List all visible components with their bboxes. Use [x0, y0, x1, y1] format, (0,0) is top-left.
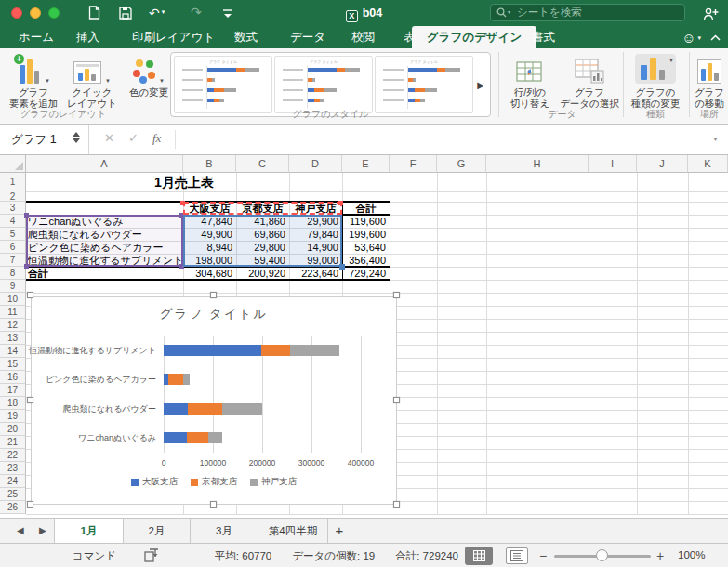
row-header-19[interactable]: 19: [0, 410, 26, 423]
chart-bar-segment-大阪支店[interactable]: [164, 345, 261, 356]
selection-mode-icon[interactable]: [144, 548, 159, 564]
chart-resize-handle[interactable]: [27, 397, 33, 403]
chart-resize-handle[interactable]: [393, 292, 400, 298]
column-header-B[interactable]: B: [183, 155, 236, 173]
prev-sheet-icon[interactable]: ◀: [17, 525, 24, 535]
change-chart-type-button[interactable]: ▼ グラフの 種類の変更: [627, 52, 684, 109]
row-header-5[interactable]: 5: [0, 228, 26, 241]
row-header-24[interactable]: 24: [0, 475, 26, 488]
row-header-7[interactable]: 7: [0, 254, 26, 267]
red-range-handle[interactable]: [180, 201, 185, 205]
name-box-stepper[interactable]: [73, 132, 80, 143]
row-header-9[interactable]: 9: [0, 280, 26, 293]
zoom-in-button[interactable]: +: [656, 548, 664, 563]
row-header-1[interactable]: 1: [0, 173, 26, 191]
tab-データ[interactable]: データ: [288, 26, 327, 48]
next-sheet-icon[interactable]: ▶: [39, 525, 46, 535]
chart-bar-segment-京都支店[interactable]: [187, 432, 207, 443]
sheet-tab-第4四半期[interactable]: 第4四半期: [258, 519, 328, 543]
select-all-corner[interactable]: [0, 155, 26, 173]
collapse-ribbon-icon[interactable]: [710, 32, 721, 43]
row-header-3[interactable]: 3: [0, 202, 26, 215]
chart-resize-handle[interactable]: [210, 292, 217, 298]
blue-range-fill-handle[interactable]: [339, 264, 345, 270]
quick-layout-button[interactable]: ▼ クイック レイアウト: [63, 52, 121, 109]
row-header-21[interactable]: 21: [0, 436, 26, 449]
formula-bar-expand-icon[interactable]: ▼: [712, 136, 719, 142]
row-header-25[interactable]: 25: [0, 488, 26, 501]
row-header-16[interactable]: 16: [0, 371, 26, 384]
tab-ホーム[interactable]: ホーム: [17, 26, 56, 48]
row-header-11[interactable]: 11: [0, 306, 26, 319]
normal-view-button[interactable]: [465, 547, 493, 565]
tab-数式[interactable]: 数式: [232, 26, 259, 48]
chart-title[interactable]: グラフ タイトル: [32, 306, 396, 323]
row-header-2[interactable]: 2: [0, 191, 26, 202]
switch-row-column-button[interactable]: 行/列の 切り替え: [503, 52, 557, 109]
chart-bar-segment-神戸支店[interactable]: [222, 403, 261, 415]
column-header-I[interactable]: I: [589, 155, 637, 173]
column-header-K[interactable]: K: [688, 155, 728, 173]
search-input[interactable]: シートを検索: [490, 4, 685, 21]
column-header-H[interactable]: H: [486, 155, 589, 173]
row-header-12[interactable]: 12: [0, 319, 26, 332]
chart-bar-segment-神戸支店[interactable]: [183, 374, 191, 385]
chart-style-thumbnail[interactable]: グラフ タイトル: [174, 56, 272, 113]
chart-resize-handle[interactable]: [27, 292, 33, 298]
column-header-F[interactable]: F: [390, 155, 437, 173]
formula-input[interactable]: [182, 125, 700, 154]
search-scope-caret-icon[interactable]: ▾: [508, 8, 510, 15]
feedback-smiley-icon[interactable]: ☺ ▾: [682, 30, 701, 46]
row-header-10[interactable]: 10: [0, 293, 26, 306]
purple-range-handle[interactable]: [24, 264, 29, 269]
row-header-17[interactable]: 17: [0, 384, 26, 397]
change-colors-button[interactable]: ▼ 色の変更: [128, 52, 169, 99]
column-header-E[interactable]: E: [342, 155, 390, 173]
tab-グラフのデザイン[interactable]: グラフのデザイン: [412, 26, 536, 48]
zoom-slider-thumb[interactable]: [596, 549, 608, 561]
chart-bar-segment-神戸支店[interactable]: [208, 432, 223, 443]
column-header-D[interactable]: D: [289, 155, 342, 173]
worksheet-grid[interactable]: ABCDEFGHIJK 1234567891011121314151617181…: [0, 155, 728, 518]
chart-bar-segment-神戸支店[interactable]: [290, 345, 338, 356]
tab-挿入[interactable]: 挿入: [74, 26, 101, 48]
row-header-14[interactable]: 14: [0, 345, 26, 358]
row-header-15[interactable]: 15: [0, 358, 26, 371]
column-header-A[interactable]: A: [26, 155, 183, 173]
chart-bar-segment-京都支店[interactable]: [188, 403, 222, 415]
chart-bar-segment-京都支店[interactable]: [168, 374, 183, 385]
legend-item-神戸支店[interactable]: 神戸支店: [250, 476, 297, 488]
share-icon[interactable]: [703, 7, 719, 25]
row-header-23[interactable]: 23: [0, 462, 26, 475]
tab-校閲[interactable]: 校閲: [350, 26, 377, 48]
insert-function-icon[interactable]: fx: [152, 131, 161, 146]
chart-bar-segment-京都支店[interactable]: [261, 345, 290, 356]
move-chart-button[interactable]: グラフ の移動: [692, 52, 727, 109]
chart-bar-segment-大阪支店[interactable]: [164, 432, 187, 443]
chart-bar-segment-大阪支店[interactable]: [164, 403, 188, 415]
red-range-handle[interactable]: [338, 201, 343, 205]
row-header-18[interactable]: 18: [0, 397, 26, 410]
cancel-icon[interactable]: ✕: [104, 131, 114, 145]
row-header-22[interactable]: 22: [0, 449, 26, 462]
chart-style-thumbnail[interactable]: グラフ タイトル: [375, 56, 473, 113]
column-header-C[interactable]: C: [236, 155, 289, 173]
chart-resize-handle[interactable]: [210, 501, 217, 508]
select-data-button[interactable]: グラフ データの選択: [558, 52, 621, 109]
legend-item-京都支店[interactable]: 京都支店: [191, 476, 237, 488]
chart-resize-handle[interactable]: [393, 397, 400, 403]
legend-item-大阪支店[interactable]: 大阪支店: [131, 476, 178, 488]
sheet-tab-3月[interactable]: 3月: [191, 519, 258, 543]
gallery-more-icon[interactable]: ▶: [474, 80, 487, 90]
row-header-13[interactable]: 13: [0, 332, 26, 345]
row-header-8[interactable]: 8: [0, 267, 26, 280]
column-header-J[interactable]: J: [637, 155, 688, 173]
add-sheet-button[interactable]: +: [328, 519, 351, 543]
page-layout-view-button[interactable]: [506, 547, 528, 564]
chart-style-thumbnail[interactable]: グラフ タイトル: [274, 56, 373, 113]
column-header-G[interactable]: G: [437, 155, 486, 173]
row-header-20[interactable]: 20: [0, 423, 26, 436]
row-header-26[interactable]: 26: [0, 501, 26, 514]
confirm-icon[interactable]: ✓: [128, 131, 139, 145]
zoom-out-button[interactable]: −: [539, 548, 547, 563]
